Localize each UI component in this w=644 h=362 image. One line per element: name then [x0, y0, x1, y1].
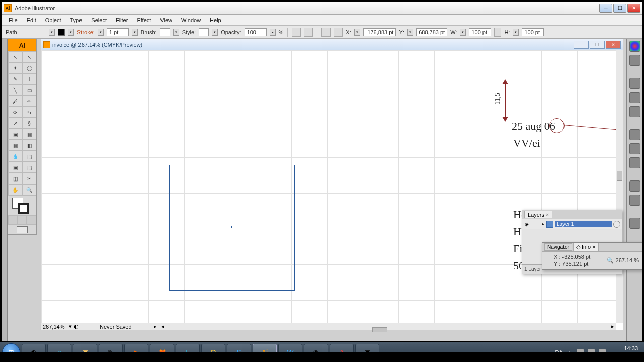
symbols-panel-icon[interactable] — [629, 106, 640, 117]
selection-tool[interactable]: ↖ — [8, 51, 22, 62]
status-next[interactable]: ▸ — [152, 323, 159, 330]
styles-panel-icon[interactable] — [629, 195, 640, 206]
hscroll-left[interactable]: ◂ — [159, 323, 166, 330]
recolor-icon[interactable] — [304, 28, 313, 37]
h-field[interactable]: 100 pt — [522, 28, 544, 36]
align-icon[interactable] — [321, 28, 331, 37]
layer-row[interactable]: ◉ ▸ Layer 1 — [522, 219, 622, 229]
menu-help[interactable]: Help — [206, 16, 225, 24]
menu-object[interactable]: Object — [41, 16, 65, 24]
vscroll-thumb[interactable] — [617, 171, 622, 181]
crop-tool[interactable]: ⬚ — [22, 162, 36, 173]
wand-icon[interactable] — [292, 28, 301, 37]
stroke-color[interactable] — [18, 203, 29, 214]
brush-field[interactable] — [160, 28, 170, 36]
guide-panel-icon[interactable] — [629, 55, 640, 66]
info-tab[interactable]: ◇ Info × — [573, 243, 599, 251]
y-stepper[interactable]: ▾ — [407, 29, 413, 36]
direct-selection-tool[interactable]: ↖ — [22, 51, 36, 62]
line-tool[interactable]: ╲ — [8, 84, 22, 96]
screen-mode-button[interactable] — [17, 226, 28, 233]
menu-file[interactable]: File — [5, 16, 22, 24]
appearance-panel-icon[interactable] — [629, 180, 640, 192]
color-mode-button[interactable] — [8, 216, 18, 224]
transform-icon[interactable] — [334, 28, 343, 37]
vertical-scrollbar[interactable] — [616, 50, 623, 323]
doc-close-button[interactable]: ✕ — [606, 41, 621, 49]
pencil-tool[interactable]: ✏ — [22, 96, 36, 107]
color-panel-icon[interactable] — [629, 41, 640, 52]
menu-effect[interactable]: Effect — [133, 16, 155, 24]
none-mode-button[interactable] — [27, 216, 36, 224]
hand-tool[interactable]: ✋ — [8, 184, 22, 195]
menu-edit[interactable]: Edit — [23, 16, 40, 24]
reflect-tool[interactable]: ⇆ — [22, 107, 36, 118]
layers-tab-close-icon[interactable]: × — [546, 212, 549, 218]
layer-target-icon[interactable] — [613, 221, 620, 228]
selected-rectangle[interactable] — [169, 165, 295, 291]
stroke-stepper[interactable]: ▾ — [98, 29, 104, 36]
layers-tab[interactable]: Layers× — [524, 211, 552, 218]
eyedropper-tool[interactable]: 💧 — [8, 151, 22, 162]
warp-tool[interactable]: § — [22, 118, 36, 129]
menu-select[interactable]: Select — [87, 16, 111, 24]
layer-name[interactable]: Layer 1 — [555, 221, 612, 227]
blend-tool[interactable]: ⬚ — [22, 151, 36, 162]
gradient-mode-button[interactable] — [18, 216, 27, 224]
layers-panel-icon[interactable] — [629, 218, 640, 229]
window-minimize-button[interactable]: ─ — [599, 4, 612, 13]
menu-view[interactable]: View — [156, 16, 176, 24]
zoom-field[interactable]: 267,14% — [41, 324, 67, 330]
fill-swatch[interactable] — [58, 29, 65, 36]
style-dropdown[interactable]: ▾ — [212, 29, 218, 36]
opacity-field[interactable]: 100 — [245, 28, 267, 36]
stroke-weight-dropdown[interactable]: ▾ — [132, 29, 138, 36]
style-field[interactable] — [199, 28, 209, 36]
mesh-tool[interactable]: ▦ — [8, 140, 22, 151]
transparency-panel-icon[interactable] — [629, 157, 640, 168]
brush-dropdown[interactable]: ▾ — [173, 29, 179, 36]
rectangle-tool[interactable]: ▭ — [22, 84, 36, 96]
doc-maximize-button[interactable]: ☐ — [590, 41, 605, 49]
hscroll-right[interactable]: ▸ — [609, 323, 616, 330]
lasso-tool[interactable]: ◯ — [22, 62, 36, 73]
fill-stroke-control[interactable] — [8, 195, 36, 215]
stroke-panel-icon[interactable] — [629, 129, 640, 140]
info-tab-close-icon[interactable]: × — [591, 244, 595, 250]
doc-minimize-button[interactable]: ─ — [574, 41, 589, 49]
layer-lock-icon[interactable] — [531, 220, 540, 229]
status-icon[interactable]: ◐ — [73, 323, 79, 330]
swatches-panel-icon[interactable] — [629, 78, 640, 89]
brushes-panel-icon[interactable] — [629, 92, 640, 103]
rotate-tool[interactable]: ⟳ — [8, 107, 22, 118]
link-wh-icon[interactable] — [494, 28, 501, 37]
document-header[interactable]: invoice @ 267.14% (CMYK/Preview) ─ ☐ ✕ — [41, 39, 623, 50]
canvas[interactable]: 11,5 25 aug 06 VV/ei He HI Fi 50 — [41, 50, 616, 323]
zoom-dropdown[interactable]: ▾ — [67, 323, 73, 330]
eraser-tool[interactable]: ◫ — [8, 173, 22, 184]
menu-type[interactable]: Type — [66, 16, 87, 24]
fill-dropdown[interactable]: ▾ — [68, 29, 74, 36]
anchor-dropdown[interactable]: ▾ — [49, 29, 55, 36]
opacity-dropdown[interactable]: ▸ — [270, 29, 276, 36]
hscroll-thumb[interactable] — [372, 327, 387, 332]
x-field[interactable]: -176,883 pt — [363, 28, 396, 36]
graph-tool[interactable]: ▦ — [22, 129, 36, 140]
menu-filter[interactable]: Filter — [112, 16, 132, 24]
zoom-tool[interactable]: 🔍 — [22, 184, 36, 195]
magic-wand-tool[interactable]: ✦ — [8, 62, 22, 73]
dock-left[interactable] — [2, 39, 8, 341]
stroke-weight-field[interactable]: 1 pt — [107, 28, 129, 36]
h-stepper[interactable]: ▾ — [513, 29, 519, 36]
info-panel[interactable]: Navigator ◇ Info × + X : -325.058 pt Y :… — [542, 242, 642, 270]
navigator-tab[interactable]: Navigator — [544, 243, 572, 251]
menu-window[interactable]: Window — [177, 16, 205, 24]
window-close-button[interactable]: ✕ — [627, 4, 640, 13]
scissors-tool[interactable]: ✂ — [22, 173, 36, 184]
gradient-panel-icon[interactable] — [629, 143, 640, 154]
w-field[interactable]: 100 pt — [469, 28, 491, 36]
gradient-tool[interactable]: ◧ — [22, 140, 36, 151]
type-tool[interactable]: T — [22, 73, 36, 84]
layer-expand-icon[interactable]: ▸ — [540, 222, 546, 226]
scale-tool[interactable]: ⤢ — [8, 118, 22, 129]
